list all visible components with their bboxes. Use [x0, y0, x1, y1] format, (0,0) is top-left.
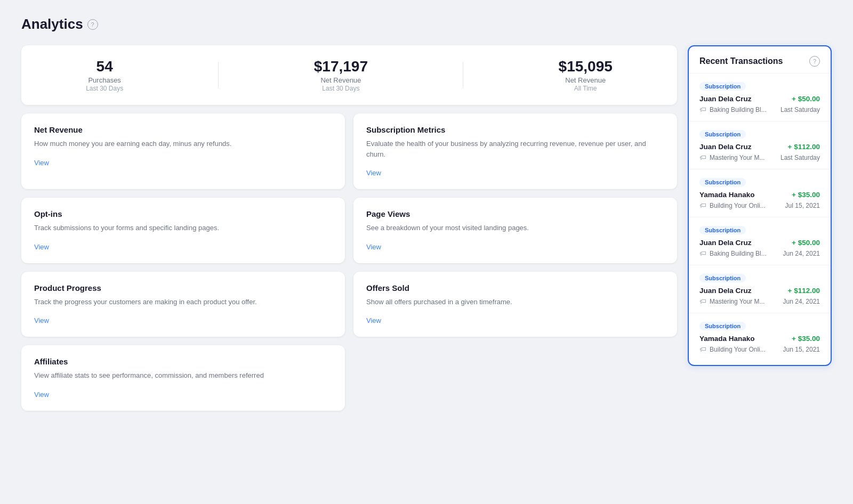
tag-icon: 🏷 [699, 297, 706, 305]
transaction-row: Yamada Hanako + $35.00 [699, 191, 820, 199]
stat-purchases-value: 54 [86, 58, 123, 75]
transaction-meta: 🏷 Building Your Onli... Jun 15, 2021 [699, 345, 820, 353]
transaction-item: Subscription Juan Dela Cruz + $112.00 🏷 … [689, 265, 831, 313]
metric-card-offers-sold: Offers Sold Show all offers purchased in… [353, 272, 677, 337]
transaction-item: Subscription Juan Dela Cruz + $50.00 🏷 B… [689, 217, 831, 265]
transaction-product: Baking Building Bl... [710, 250, 767, 257]
metric-card-pageviews-desc: See a breakdown of your most visited lan… [366, 223, 664, 233]
stat-net-revenue-30-label: Net Revenue [314, 76, 368, 84]
left-column: 54 Purchases Last 30 Days $17,197 Net Re… [21, 45, 677, 411]
transaction-date: Jun 24, 2021 [783, 250, 820, 257]
transaction-row: Juan Dela Cruz + $112.00 [699, 143, 820, 151]
transaction-meta: 🏷 Building Your Onli... Jul 15, 2021 [699, 201, 820, 209]
transaction-badge: Subscription [699, 82, 746, 91]
metric-card-affiliates: Affiliates View affiliate stats to see p… [21, 345, 345, 411]
metric-card-optins-title: Opt-ins [34, 209, 332, 218]
transaction-name: Yamada Hanako [699, 335, 755, 343]
metric-card-optins-desc: Track submissions to your forms and spec… [34, 223, 332, 233]
metric-card-offers-sold-desc: Show all offers purchased in a given tim… [366, 297, 664, 307]
transaction-product: Building Your Onli... [710, 346, 766, 353]
transaction-date: Jul 15, 2021 [785, 202, 820, 209]
metric-card-pageviews-title: Page Views [366, 209, 664, 218]
transaction-product: Baking Building Bl... [710, 106, 767, 113]
page-title: Analytics [21, 16, 83, 32]
stat-purchases-sublabel: Last 30 Days [86, 85, 123, 92]
transaction-badge: Subscription [699, 178, 746, 186]
transaction-name: Yamada Hanako [699, 191, 755, 199]
transaction-badge: Subscription [699, 274, 746, 282]
transaction-badge: Subscription [699, 226, 746, 234]
transaction-meta: 🏷 Mastering Your M... Last Saturday [699, 153, 820, 161]
metric-card-net-revenue-link[interactable]: View [34, 159, 49, 167]
transaction-meta: 🏷 Baking Building Bl... Last Saturday [699, 105, 820, 113]
metric-card-affiliates-title: Affiliates [34, 357, 332, 366]
metric-card-offers-sold-link[interactable]: View [366, 316, 381, 324]
transactions-header: Recent Transactions ? [689, 46, 831, 73]
transaction-name: Juan Dela Cruz [699, 239, 752, 247]
transaction-date: Last Saturday [780, 106, 820, 113]
stat-net-revenue-alltime-value: $15,095 [559, 58, 613, 75]
transaction-date: Jun 15, 2021 [783, 346, 820, 353]
metric-card-affiliates-link[interactable]: View [34, 391, 49, 399]
stat-divider-2 [463, 62, 463, 88]
stat-net-revenue-alltime-sublabel: All Time [559, 85, 613, 92]
stat-purchases-label: Purchases [86, 76, 123, 84]
transaction-date: Jun 24, 2021 [783, 298, 820, 305]
stat-divider-1 [218, 62, 219, 88]
tag-icon: 🏷 [699, 153, 706, 161]
transaction-item: Subscription Yamada Hanako + $35.00 🏷 Bu… [689, 313, 831, 361]
stat-net-revenue-alltime: $15,095 Net Revenue All Time [559, 58, 613, 92]
stat-purchases: 54 Purchases Last 30 Days [86, 58, 123, 92]
metric-card-product-progress-desc: Track the progress your customers are ma… [34, 297, 332, 307]
transaction-row: Juan Dela Cruz + $50.00 [699, 95, 820, 103]
metric-card-affiliates-desc: View affiliate stats to see performance,… [34, 370, 332, 381]
help-icon[interactable]: ? [87, 19, 98, 30]
transaction-date: Last Saturday [780, 154, 820, 161]
metric-card-optins-link[interactable]: View [34, 243, 49, 251]
stat-net-revenue-alltime-label: Net Revenue [559, 76, 613, 84]
transaction-row: Juan Dela Cruz + $50.00 [699, 239, 820, 247]
transaction-meta: 🏷 Baking Building Bl... Jun 24, 2021 [699, 249, 820, 257]
metric-card-pageviews-link[interactable]: View [366, 243, 381, 251]
tag-icon: 🏷 [699, 345, 706, 353]
transaction-product: Mastering Your M... [710, 298, 765, 305]
transactions-help-icon[interactable]: ? [809, 56, 820, 67]
metric-card-optins: Opt-ins Track submissions to your forms … [21, 198, 345, 263]
metric-card-net-revenue: Net Revenue How much money you are earni… [21, 113, 345, 189]
metric-card-net-revenue-desc: How much money you are earning each day,… [34, 139, 332, 149]
tag-icon: 🏷 [699, 249, 706, 257]
page-header: Analytics ? [21, 16, 832, 32]
metric-card-pageviews: Page Views See a breakdown of your most … [353, 198, 677, 263]
stats-card: 54 Purchases Last 30 Days $17,197 Net Re… [21, 45, 677, 105]
metric-card-product-progress-link[interactable]: View [34, 316, 49, 324]
transaction-badge: Subscription [699, 322, 746, 330]
tag-icon: 🏷 [699, 105, 706, 113]
transaction-row: Yamada Hanako + $35.00 [699, 335, 820, 343]
recent-transactions-panel: Recent Transactions ? Subscription Juan … [688, 45, 832, 366]
tag-icon: 🏷 [699, 201, 706, 209]
metric-card-subscription-title: Subscription Metrics [366, 125, 664, 134]
transaction-item: Subscription Yamada Hanako + $35.00 🏷 Bu… [689, 169, 831, 217]
transaction-amount: + $112.00 [788, 143, 820, 151]
transactions-list[interactable]: Subscription Juan Dela Cruz + $50.00 🏷 B… [689, 73, 831, 365]
metric-card-offers-sold-title: Offers Sold [366, 283, 664, 292]
transaction-row: Juan Dela Cruz + $112.00 [699, 287, 820, 295]
metric-card-subscription-metrics: Subscription Metrics Evaluate the health… [353, 113, 677, 189]
metric-card-product-progress: Product Progress Track the progress your… [21, 272, 345, 337]
transaction-amount: + $35.00 [792, 191, 820, 199]
metric-card-subscription-link[interactable]: View [366, 169, 381, 177]
transaction-name: Juan Dela Cruz [699, 143, 752, 151]
stat-net-revenue-30-sublabel: Last 30 Days [314, 85, 368, 92]
transactions-title: Recent Transactions [699, 56, 783, 66]
stat-net-revenue-30: $17,197 Net Revenue Last 30 Days [314, 58, 368, 92]
metric-card-product-progress-title: Product Progress [34, 283, 332, 292]
transaction-name: Juan Dela Cruz [699, 287, 752, 295]
transaction-badge: Subscription [699, 130, 746, 139]
transaction-item: Subscription Juan Dela Cruz + $112.00 🏷 … [689, 121, 831, 169]
metric-card-subscription-desc: Evaluate the health of your business by … [366, 139, 664, 159]
transaction-amount: + $112.00 [788, 287, 820, 295]
transaction-product: Building Your Onli... [710, 202, 766, 209]
transaction-amount: + $50.00 [792, 95, 820, 103]
transaction-product: Mastering Your M... [710, 154, 765, 161]
transaction-name: Juan Dela Cruz [699, 95, 752, 103]
